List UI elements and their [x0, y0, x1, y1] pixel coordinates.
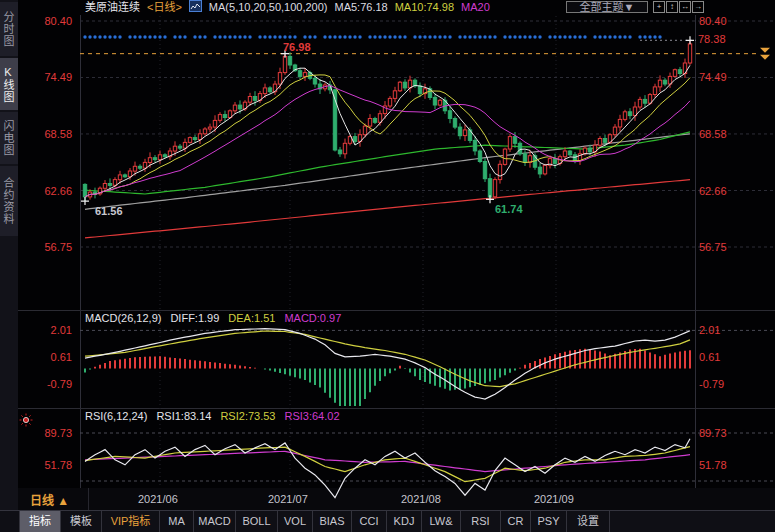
zoom-vertical-icon[interactable]: ↕	[666, 1, 678, 13]
macd-title: MACD(26,12,9)	[85, 312, 161, 324]
chart-header: 美原油连续<日线>MA(5,10,20,50,100,200)MA5:76.18…	[85, 0, 497, 14]
toolbar-item-settings[interactable]: 设置	[567, 511, 610, 532]
left-sidebar: 分时图K线图闪电图合约资料	[0, 0, 18, 510]
price-annotation: 61.74	[495, 203, 523, 215]
sidebar-item-kline-chart[interactable]: K线图	[0, 58, 18, 110]
ma5-value: MA5:76.18	[335, 1, 388, 13]
sidebar-item-time-chart[interactable]: 分时图	[0, 2, 18, 56]
toolbar-item-vip-indicator[interactable]: VIP指标	[102, 511, 160, 532]
toolbar-item-macd[interactable]: MACD	[194, 511, 236, 532]
left-plot-axis-line	[80, 15, 81, 488]
chart-theme-icon[interactable]	[189, 0, 202, 12]
macd-panel-header: MACD(26,12,9)DIFF:1.99DEA:1.51MACD:0.97	[85, 312, 350, 324]
rsi1-value: RSI1:83.14	[156, 410, 211, 422]
key-point-crosses	[81, 36, 694, 205]
toolbar-item-bias[interactable]: BIAS	[313, 511, 352, 532]
symbol-name: 美原油连续	[85, 1, 140, 13]
macd-layer	[85, 329, 690, 420]
main-axis-label-right: 62.66	[699, 185, 727, 197]
macd-diff-value: DIFF:1.99	[170, 312, 219, 324]
macd-axis-label-left: 0.61	[26, 351, 72, 363]
macd-macd-value: MACD:0.97	[284, 312, 341, 324]
toolbar-item-cci[interactable]: CCI	[352, 511, 387, 532]
panel-divider-macd	[18, 310, 775, 311]
alert-blink-icon	[20, 414, 33, 427]
toolbar-item-boll[interactable]: BOLL	[236, 511, 278, 532]
main-chart-layer	[83, 40, 691, 238]
x-axis-date: 2021/09	[534, 493, 574, 505]
main-axis-label-left: 80.40	[26, 15, 72, 27]
toolbar-item-lw[interactable]: LW&	[422, 511, 461, 532]
toolbar-item-vol[interactable]: VOL	[278, 511, 313, 532]
toolbar-item-rsi[interactable]: RSI	[461, 511, 501, 532]
current-price-label: 78.38	[698, 33, 726, 45]
x-axis-date: 2021/07	[268, 493, 308, 505]
rsi-axis-label-right: 51.78	[699, 459, 727, 471]
toolbar-item-kdj[interactable]: KDJ	[387, 511, 422, 532]
main-axis-label-left: 56.75	[26, 241, 72, 253]
ma10-value: MA10:74.98	[395, 1, 454, 13]
sidebar-item-contract-info[interactable]: 合约资料	[0, 166, 18, 236]
rsi-axis-label-left: 51.78	[26, 459, 72, 471]
main-axis-label-right: 68.58	[699, 128, 727, 140]
macd-axis-label-left: 2.01	[26, 324, 72, 336]
bottom-indicator-toolbar: 指标模板VIP指标MAMACDBOLLVOLBIASCCIKDJLW&RSICR…	[0, 510, 775, 532]
time-axis-divider	[88, 488, 89, 510]
main-axis-label-left: 74.49	[26, 71, 72, 83]
toolbar-item-indicator[interactable]: 指标	[20, 511, 61, 532]
time-axis-row	[0, 488, 775, 510]
x-axis-date: 2021/06	[138, 493, 178, 505]
high-price-annotation: 76.98	[283, 41, 311, 53]
zoom-horizontal-icon[interactable]: ↔	[679, 1, 691, 13]
macd-axis-label-right: -0.79	[699, 378, 724, 390]
candles-layer	[83, 40, 691, 201]
pan-right-icon[interactable]: →	[692, 1, 704, 13]
rsi2-value: RSI2:73.53	[220, 410, 275, 422]
toolbar-item-template[interactable]: 模板	[61, 511, 102, 532]
rsi-panel-header: RSI(6,12,24)RSI1:83.14RSI2:73.53RSI3:64.…	[85, 410, 349, 422]
rsi3-value: RSI3:64.02	[284, 410, 339, 422]
main-axis-label-left: 68.58	[26, 128, 72, 140]
all-themes-dropdown[interactable]: 全部主题▼	[566, 1, 648, 13]
chart-canvas	[0, 0, 775, 510]
main-axis-label-right: 56.75	[699, 241, 727, 253]
trading-app-window: 分时图K线图闪电图合约资料 美原油连续<日线>MA(5,10,20,50,100…	[0, 0, 775, 532]
main-axis-label-left: 62.66	[26, 185, 72, 197]
macd-axis-label-right: 2.01	[699, 324, 720, 336]
toolbar-item-ma[interactable]: MA	[160, 511, 194, 532]
toolbar-item-psy[interactable]: PSY	[531, 511, 567, 532]
rsi-title: RSI(6,12,24)	[85, 410, 147, 422]
header-toolbar-icons: +↕↔→	[653, 1, 705, 19]
signal-dots-layer	[83, 35, 661, 38]
main-axis-label-right: 74.49	[699, 71, 727, 83]
right-plot-axis-line	[695, 15, 696, 488]
macd-axis-label-right: 0.61	[699, 351, 720, 363]
x-axis-date: 2021/08	[401, 493, 441, 505]
rsi-axis-label-right: 89.73	[699, 427, 727, 439]
macd-dea-value: DEA:1.51	[228, 312, 275, 324]
ma20-label: MA20	[461, 1, 490, 13]
period-selector[interactable]: 日线 ▲	[30, 491, 69, 508]
toolbar-item-cr[interactable]: CR	[501, 511, 531, 532]
sidebar-item-flash-chart[interactable]: 闪电图	[0, 112, 18, 164]
toolbar-spacer	[0, 511, 20, 532]
pan-icon[interactable]: +	[653, 1, 665, 13]
price-annotation: 61.56	[95, 205, 123, 217]
panel-divider-rsi	[18, 408, 775, 409]
macd-axis-label-left: -0.79	[26, 378, 72, 390]
rsi-axis-label-left: 89.73	[26, 427, 72, 439]
ma-settings-label: MA(5,10,20,50,100,200)	[209, 1, 328, 13]
period-tag: <日线>	[147, 1, 182, 13]
